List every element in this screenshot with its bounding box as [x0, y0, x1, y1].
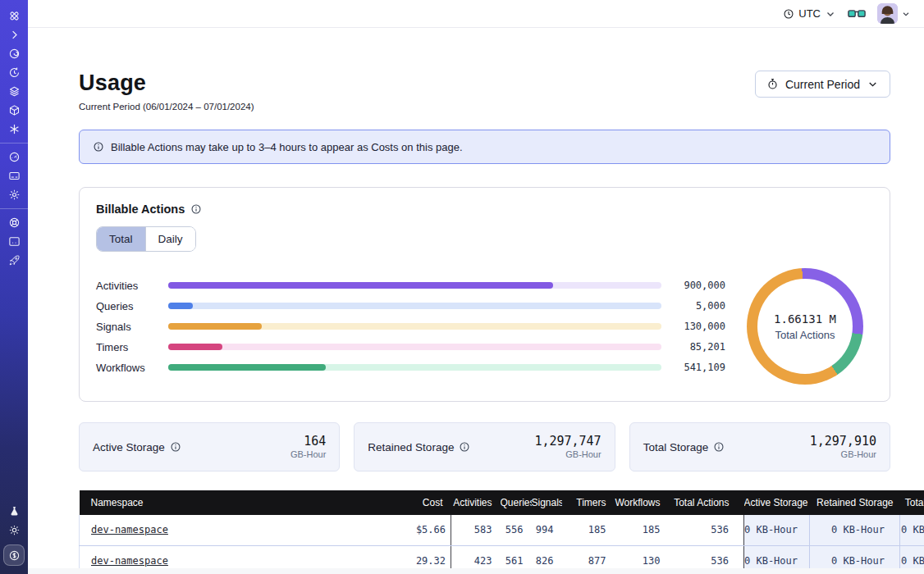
- chevron-down-icon: [867, 78, 879, 90]
- bar-label: Workflows: [96, 362, 157, 374]
- timezone-label: UTC: [798, 7, 821, 20]
- bar-row-activities: Activities900,000: [96, 282, 725, 289]
- bar-fill: [168, 344, 222, 350]
- usage-cost-active-item[interactable]: [3, 544, 25, 566]
- info-icon[interactable]: [459, 441, 470, 453]
- col-header-activities: Activities: [451, 490, 501, 515]
- bar-chart: Activities900,000Queries5,000Signals130,…: [96, 282, 737, 371]
- deployments-cube-icon[interactable]: [2, 101, 25, 120]
- billing-card-icon[interactable]: [2, 166, 25, 185]
- col-header-namespace: Namespace: [80, 490, 334, 515]
- bar-track: [168, 303, 661, 309]
- chevron-down-icon: [901, 9, 911, 19]
- layers-icon[interactable]: [2, 82, 25, 101]
- stat-value: 1,297,910: [810, 434, 876, 449]
- expand-sidebar-icon[interactable]: [2, 25, 25, 44]
- sidebar-divider: [0, 208, 28, 209]
- namespace-table: NamespaceCostActivitiesQueriesSignalsTim…: [79, 490, 924, 574]
- bar-track: [168, 323, 661, 330]
- theme-sun-icon[interactable]: [2, 521, 25, 540]
- getting-started-rocket-icon[interactable]: [2, 251, 25, 270]
- bar-row-workflows: Workflows541,109: [96, 364, 725, 371]
- bar-fill: [168, 303, 193, 309]
- sidebar-divider: [0, 143, 28, 144]
- stat-unit: GB-Hour: [534, 449, 601, 461]
- col-header-total-actions: Total Actions: [669, 490, 744, 515]
- donut-center: 1.66131 M Total Actions: [757, 279, 853, 374]
- namespace-cell: dev-namespace: [80, 515, 334, 545]
- namespace-link[interactable]: dev-namespace: [91, 524, 168, 535]
- bar-fill: [168, 323, 262, 330]
- bar-track: [168, 344, 661, 350]
- bar-track: [168, 282, 661, 289]
- nexus-asterisk-icon[interactable]: [2, 120, 25, 139]
- storage-cards: Active Storage164GB-HourRetained Storage…: [79, 422, 890, 472]
- col-header-queries: Queries: [501, 490, 532, 515]
- topbar: UTC: [28, 0, 924, 28]
- dev-mode-glasses-icon[interactable]: [848, 7, 866, 20]
- labs-flask-icon[interactable]: [2, 502, 25, 521]
- bar-row-queries: Queries5,000: [96, 303, 725, 309]
- stat-label: Total Storage: [643, 441, 725, 453]
- clock-icon: [783, 8, 794, 20]
- namespaces-icon[interactable]: [2, 44, 25, 63]
- billable-actions-chart: Activities900,000Queries5,000Signals130,…: [96, 268, 873, 385]
- active-storage-card: Active Storage164GB-Hour: [79, 422, 340, 472]
- retained-storage-cell: 0 KB-Hour: [810, 515, 900, 545]
- support-lifebuoy-icon[interactable]: [2, 213, 25, 232]
- tab-total[interactable]: Total: [97, 227, 145, 251]
- signals-cell: 994: [532, 515, 562, 545]
- period-selector-button[interactable]: Current Period: [755, 71, 890, 98]
- temporal-logo-icon[interactable]: [2, 7, 25, 25]
- workflows-cell: 185: [615, 515, 669, 545]
- bar-fill: [168, 364, 326, 371]
- stat-unit: GB-Hour: [290, 449, 326, 461]
- total-storage-card: Total Storage1,297,910GB-Hour: [629, 422, 890, 472]
- bottom-scroll-strip: [28, 568, 924, 574]
- stat-label: Active Storage: [93, 441, 181, 453]
- bar-label: Timers: [96, 341, 157, 353]
- total-storage-cell: 0 KB-Hour: [900, 515, 924, 545]
- timezone-selector[interactable]: UTC: [783, 7, 836, 20]
- avatar: [877, 3, 898, 24]
- info-icon[interactable]: [713, 441, 725, 453]
- chevron-down-icon: [825, 8, 836, 20]
- cost-cell: $5.66: [334, 515, 451, 545]
- bar-value: 900,000: [671, 280, 725, 291]
- bar-label: Signals: [96, 321, 157, 333]
- bar-value: 541,109: [671, 362, 725, 373]
- tab-daily[interactable]: Daily: [145, 227, 195, 251]
- stat-value: 164: [290, 434, 326, 449]
- col-header-retained-storage: Retained Storage: [810, 490, 900, 515]
- queries-cell: 556: [501, 515, 532, 545]
- timers-cell: 185: [562, 515, 615, 545]
- user-menu[interactable]: [877, 3, 911, 24]
- col-header-timers: Timers: [562, 490, 615, 515]
- bar-value: 5,000: [671, 300, 725, 312]
- bar-value: 85,201: [671, 341, 725, 353]
- info-icon[interactable]: [170, 441, 181, 453]
- active-storage-cell: 0 KB-Hour: [744, 515, 810, 545]
- main-content: Usage Current Period (06/01/2024 – 07/01…: [28, 28, 924, 574]
- schedules-icon[interactable]: [2, 63, 25, 82]
- usage-gauge-icon[interactable]: [2, 148, 25, 166]
- donut-chart: 1.66131 M Total Actions: [747, 268, 863, 385]
- bar-track: [168, 364, 661, 371]
- table-row: dev-namespace$5.665835569941851855360 KB…: [80, 515, 924, 545]
- settings-gear-icon[interactable]: [2, 185, 25, 204]
- billable-actions-card: Billable Actions TotalDaily Activities90…: [79, 187, 890, 402]
- activities-cell: 583: [451, 515, 501, 545]
- donut-total-label: Total Actions: [775, 329, 835, 341]
- namespace-link[interactable]: dev-namespace: [91, 555, 168, 567]
- bar-row-timers: Timers85,201: [96, 344, 725, 350]
- stopwatch-icon: [766, 78, 779, 90]
- info-icon: [93, 141, 104, 153]
- bar-row-signals: Signals130,000: [96, 323, 725, 330]
- namespace-table-wrap: NamespaceCostActivitiesQueriesSignalsTim…: [79, 490, 890, 574]
- feedback-terminal-icon[interactable]: [2, 232, 25, 251]
- stat-value: 1,297,747: [534, 434, 601, 449]
- info-icon[interactable]: [190, 203, 202, 215]
- bar-value: 130,000: [671, 321, 725, 332]
- donut-total-value: 1.66131 M: [774, 312, 836, 326]
- sidebar: [0, 0, 28, 574]
